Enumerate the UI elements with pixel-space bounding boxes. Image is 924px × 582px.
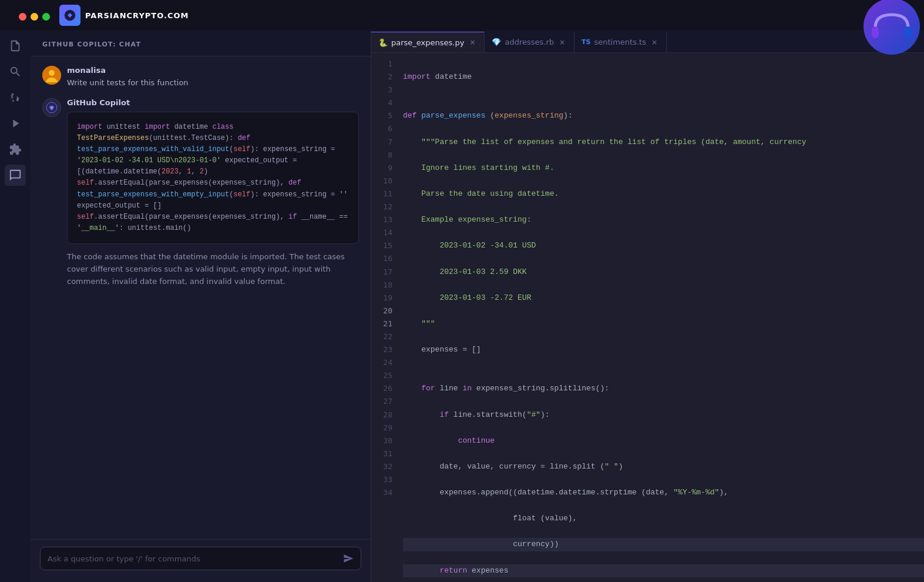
line-num-23: 23 [371,343,401,356]
code-line-15: if line.startswith("#"): [403,409,924,422]
code-line-20: currency)) [403,538,924,551]
line-num-8: 8 [371,149,401,162]
ts-file-icon: TS [582,38,590,46]
line-num-34: 34 [371,486,401,499]
titlebar-decoration [862,0,921,56]
tab-parse-expenses-close[interactable]: × [468,38,477,47]
user-message: monalisa Write unit tests for this funct… [42,66,359,89]
line-num-32: 32 [371,460,401,473]
chat-sidebar: GITHUB COPILOT: CHAT monalisa Write unit… [31,31,371,582]
code-line-1: import datetime [403,71,924,83]
line-num-28: 28 [371,409,401,422]
titlebar: PARSIANCRYPTO.COM [0,0,924,31]
tab-sentiments-label: sentiments.ts [594,38,646,46]
logo: PARSIANCRYPTO.COM [59,5,189,26]
line-num-6: 6 [371,122,401,135]
code-line-10: 2023-01-03 -2.72 EUR [403,292,924,305]
user-avatar [42,66,61,85]
line-num-33: 33 [371,473,401,486]
minimize-button[interactable] [31,13,38,21]
main-layout: GITHUB COPILOT: CHAT monalisa Write unit… [0,31,924,582]
code-line-3: def parse_expenses (expenses_string): [403,109,924,122]
line-num-7: 7 [371,136,401,149]
tab-addresses-label: addresses.rb [505,38,554,46]
maximize-button[interactable] [42,13,50,21]
svg-point-2 [863,0,920,55]
line-num-27: 27 [371,395,401,408]
tab-parse-expenses[interactable]: 🐍 parse_expenses.py × [371,32,485,52]
line-num-5: 5 [371,109,401,122]
activity-bar [0,31,31,582]
copilot-message: GitHub Copilot import unittest import da… [42,98,359,288]
code-line-9: 2023-01-03 2.59 DKK [403,266,924,279]
tab-sentiments-close[interactable]: × [650,38,659,47]
line-num-3: 3 [371,83,401,96]
logo-icon [59,5,80,26]
line-num-26: 26 [371,382,401,395]
code-line-6: Parse the date using datetime. [403,188,924,200]
sidebar-title: GITHUB COPILOT: CHAT [42,41,141,48]
sidebar-header: GITHUB COPILOT: CHAT [31,31,371,56]
code-block: import unittest import datetime class Te… [67,112,359,245]
svg-point-6 [49,70,55,76]
line-num-10: 10 [371,175,401,188]
line-num-1: 1 [371,58,401,71]
line-num-29: 29 [371,422,401,434]
code-line-16: continue [403,434,924,447]
tab-addresses[interactable]: 💎 addresses.rb × [485,32,574,52]
svg-point-1 [69,14,72,17]
send-button[interactable] [343,553,354,564]
svg-rect-3 [872,26,879,38]
copilot-message-content: GitHub Copilot import unittest import da… [67,98,359,288]
code-line-8: 2023-01-02 -34.01 USD [403,239,924,252]
line-num-17: 17 [371,266,401,279]
tab-parse-expenses-label: parse_expenses.py [391,38,464,47]
line-num-22: 22 [371,330,401,343]
close-button[interactable] [19,13,26,21]
code-line-21: return expenses [403,564,924,577]
editor-content[interactable]: 1 2 3 4 5 6 7 8 9 10 11 12 13 14 15 16 1… [371,53,924,582]
code-line-4: """Parse the list of expenses and return… [403,136,924,149]
line-num-16: 16 [371,252,401,265]
chat-input-wrapper [40,547,361,570]
code-line-12: expenses = [] [403,343,924,356]
line-num-21: 21 [371,317,401,330]
line-numbers: 1 2 3 4 5 6 7 8 9 10 11 12 13 14 15 16 1… [371,53,401,582]
code-line-17: date, value, currency = line.split (" ") [403,460,924,473]
chat-input[interactable] [48,554,338,563]
code-line-14: for line in expenses_string.splitlines()… [403,382,924,395]
line-num-9: 9 [371,162,401,175]
code-line-11: """ [403,317,924,330]
python-file-icon: 🐍 [378,38,388,47]
line-num-19: 19 [371,292,401,305]
tab-sentiments[interactable]: TS sentiments.ts × [574,32,667,52]
line-num-2: 2 [371,71,401,83]
line-num-31: 31 [371,447,401,460]
code-content[interactable]: import datetime def parse_expenses (expe… [401,53,924,582]
copilot-name: GitHub Copilot [67,98,359,107]
files-icon[interactable] [5,35,26,56]
tab-bar: 🐍 parse_expenses.py × 💎 addresses.rb × T… [371,31,924,53]
line-num-11: 11 [371,188,401,200]
line-num-30: 30 [371,434,401,447]
line-num-20: 20 [371,305,401,317]
source-control-icon[interactable] [5,87,26,108]
run-icon[interactable] [5,113,26,134]
code-line-7: Example expenses_string: [403,213,924,226]
code-line-19: float (value), [403,512,924,525]
chat-icon[interactable] [5,165,26,186]
svg-point-8 [51,106,53,109]
user-message-text: Write unit tests for this function [67,77,189,89]
send-icon [343,553,354,564]
tab-addresses-close[interactable]: × [557,38,567,47]
search-icon[interactable] [5,61,26,82]
line-num-25: 25 [371,369,401,382]
line-num-4: 4 [371,96,401,109]
line-num-12: 12 [371,200,401,213]
code-line-5: Ignore lines starting with #. [403,162,924,175]
chat-area: monalisa Write unit tests for this funct… [31,56,371,539]
line-num-14: 14 [371,226,401,239]
extensions-icon[interactable] [5,139,26,160]
line-num-15: 15 [371,239,401,252]
editor-area: 🐍 parse_expenses.py × 💎 addresses.rb × T… [371,31,924,582]
